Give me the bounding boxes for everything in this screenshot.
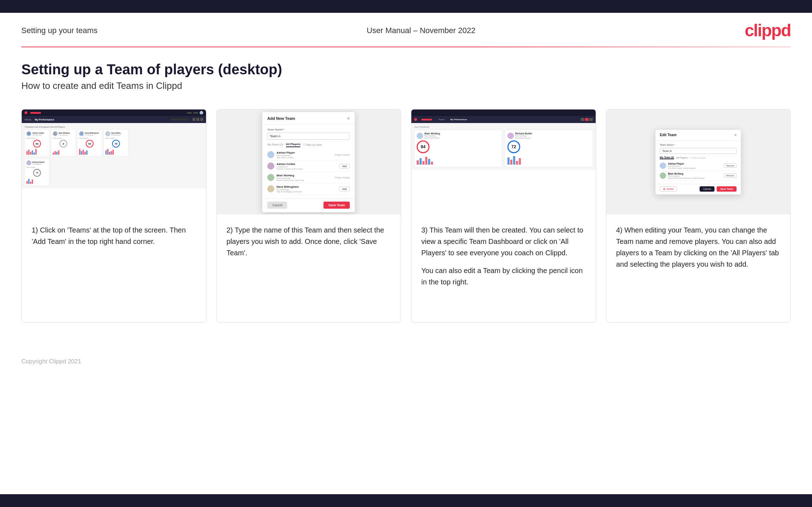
header: Setting up your teams User Manual – Nove… [0,13,812,40]
ss1-player-card-4: Dave Billin... Plus Handicap Player Qual… [104,129,128,156]
ss2-player-row-2: Adrian Coliba 1 Handicap Central London … [267,161,350,172]
ss1-body: Tracking 6 set of 6 players from All Pla… [22,123,206,188]
ss1-score-3: 94 [86,140,94,148]
ss2-tab-allplayers[interactable]: All Players [286,143,301,147]
page-subtitle: How to create and edit Teams in Clippd [21,80,791,91]
header-center: User Manual – November 2022 [367,26,475,35]
top-bar [0,0,812,13]
bottom-bar [0,494,812,507]
card-1: Home My Performance Tracking 6 set of 6 … [21,109,206,322]
nav-teams[interactable]: My Performance [35,118,54,121]
ss3-score-2: 72 [507,140,520,153]
ss2-added-2: Player Added [335,176,350,179]
ss4-footer: 🗑 Delete Cancel Save Team [655,184,741,194]
ss2-add-btn-1[interactable]: Add [339,164,350,169]
ss1-score-1: 84 [33,140,41,148]
ss4-tab-myteam[interactable]: My Team (2) [660,156,674,159]
ss2-player-row-3: Blair McHarg Plus Handicap Royal North D… [267,172,350,183]
card-3-text: 3) This Team will then be created. You c… [411,214,596,322]
screenshot-4: Edit Team × Team Name * My Team (2) All … [606,110,791,214]
step-2-description: 2) Type the name of this Team and then s… [227,226,384,257]
ss4-close-icon: × [734,133,737,138]
ss4-delete-button[interactable]: 🗑 Delete [660,186,677,192]
ss2-added-1: Player Added [335,154,350,156]
ss4-body: Team Name * My Team (2) All Players ☐ Fi… [655,141,741,184]
ss1-players-row: Adrian Coliba Plus Handicap Player Quali… [25,129,203,156]
screenshot-1: Home My Performance Tracking 6 set of 6 … [22,110,206,214]
ss4-remove-btn-2[interactable]: Remove [724,174,737,178]
card-2: Add New Team × Team Name * My Team (2) A… [216,109,401,322]
ss2-body: Team Name * My Team (2) All Players ☐ Fi… [262,124,355,198]
ss1-score-4: 78 [112,140,120,148]
step-4-description: 4) When editing your Team, you can chang… [616,226,779,268]
ss2-title: Add New Team [267,116,295,121]
ss1-player-card-3: Dave Billingham 3.5 Handicap Player Qual… [77,129,102,156]
edit-team-modal-preview: Edit Team × Team Name * My Team (2) All … [655,130,741,194]
screenshot-2: Add New Team × Team Name * My Team (2) A… [217,110,401,214]
ss1-score-5: 72 [33,169,41,177]
ss2-teamname-input[interactable] [267,133,350,140]
ss2-save-button[interactable]: Save Team [323,202,350,209]
ss4-player-row-1: Adrian Player Plus Handicap The Shire Lo… [660,161,737,171]
ss2-cancel-button[interactable]: Cancel [267,202,287,209]
ss3-player-card-1: Blair McHarg Plus Handicap Royal North D… [414,130,502,167]
ss2-footer: Cancel Save Team [262,198,355,212]
ss4-tabs: My Team (2) All Players ☐ Filter by name [660,156,737,159]
ss4-tab-allplayers[interactable]: All Players [676,156,688,159]
ss3-player-card-2: Richard Butler Plus Handicap Royal North… [505,130,593,167]
step-1-description: 1) Click on 'Teams' at the top of the sc… [32,226,186,245]
copyright-text: Copyright Clippd 2021 [21,358,791,365]
ss2-filter: ☐ Filter by name [303,143,322,146]
clippd-logo: clippd [745,21,791,40]
cards-row: Home My Performance Tracking 6 set of 6 … [21,109,791,322]
ss4-remove-btn-1[interactable]: Remove [724,164,737,168]
ss3-body: Team A Dashboard Blair McHarg Plus Handi… [411,123,596,170]
ss4-save-button[interactable]: Save Team [717,186,737,192]
add-team-modal-preview: Add New Team × Team Name * My Team (2) A… [262,112,355,212]
ss4-header: Edit Team × [655,130,741,141]
ss2-header: Add New Team × [262,112,355,124]
screenshot-3: Teams My Performance Team A Dashboard [411,110,596,214]
card-1-text: 1) Click on 'Teams' at the top of the sc… [22,214,206,322]
ss4-title: Edit Team [660,133,676,137]
card-2-text: 2) Type the name of this Team and then s… [217,214,401,322]
ss4-player-row-2: Blair McHarg Plus Handicap Royal North D… [660,171,737,181]
ss4-cancel-button[interactable]: Cancel [700,186,715,192]
card-4-text: 4) When editing your Team, you can chang… [606,214,791,322]
ss3-nav: Teams My Performance [411,116,596,123]
ss1-score-2: 0 [59,140,67,148]
ss1-heading: Tracking 6 set of 6 players from All Pla… [25,126,203,128]
ss1-player-card-2: Blair McHarg Plus Handicap Player Qualit… [51,129,76,156]
ss2-player-list: Adrian Player Plus Handicap The Shire Lo… [267,149,350,195]
ss2-close-icon: × [347,116,350,121]
step-3-description-main: 3) This Team will then be created. You c… [421,224,586,258]
footer-area: Copyright Clippd 2021 [0,358,812,376]
card-4: Edit Team × Team Name * My Team (2) All … [606,109,791,322]
trash-icon: 🗑 [663,188,665,190]
ss1-player-card-5: Richard Butler Plus Handicap Player Qual… [25,159,49,186]
ss2-player-row-4: Dave Billingham 3.5 Handicap The Dog Mag… [267,183,350,195]
step-3-description-sub: You can also edit a Team by clicking the… [421,265,586,288]
ss1-topbar [22,110,206,116]
ss4-teamname-input[interactable] [660,148,737,154]
main-content: Setting up a Team of players (desktop) H… [0,47,812,358]
ss1-player-card-1: Adrian Coliba Plus Handicap Player Quali… [25,129,49,156]
page-title: Setting up a Team of players (desktop) [21,62,791,78]
ss3-score-1: 94 [417,140,429,153]
ss4-teamname-label: Team Name * [660,144,737,146]
breadcrumb-left: Setting up your teams [21,26,97,35]
ss2-add-btn-2[interactable]: Add [339,187,350,191]
ss1-nav: Home My Performance [22,116,206,123]
card-3: Teams My Performance Team A Dashboard [411,109,596,322]
ss3-player-cards: Blair McHarg Plus Handicap Royal North D… [414,130,593,167]
ss2-tab-myteam[interactable]: My Team (2) [267,143,283,147]
nav-home: Home [25,118,31,121]
ss2-player-row-1: Adrian Player Plus Handicap The Shire Lo… [267,149,350,161]
ss2-tabs: My Team (2) All Players ☐ Filter by name [267,143,350,147]
ss2-teamname-label: Team Name * [267,128,350,131]
